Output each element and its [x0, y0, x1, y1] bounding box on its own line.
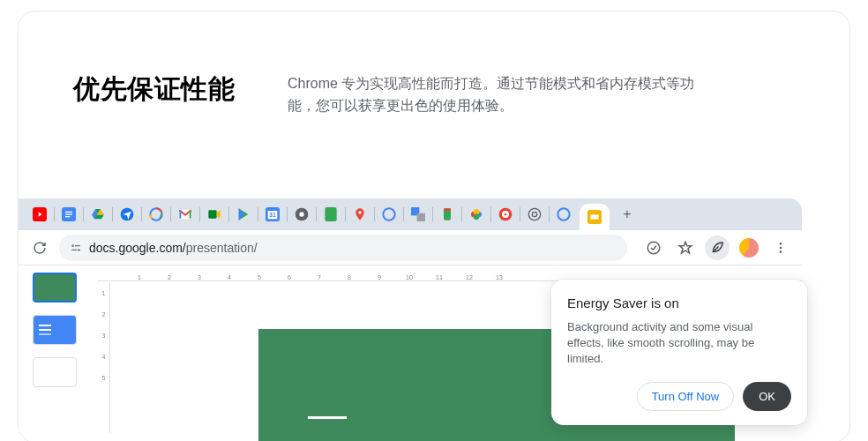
- profile-avatar[interactable]: [737, 235, 761, 260]
- google-icon[interactable]: [381, 206, 397, 222]
- ruler-vertical: 12345: [98, 283, 110, 433]
- svg-point-42: [780, 250, 782, 253]
- chrome-dark-icon[interactable]: [294, 206, 310, 222]
- svg-rect-36: [75, 245, 80, 246]
- chrome-outline-icon[interactable]: [527, 206, 542, 222]
- new-tab-button[interactable]: +: [617, 204, 638, 225]
- google-icon[interactable]: [148, 206, 164, 222]
- toolbar: docs.google.com/presentation/: [19, 230, 802, 265]
- slide-thumb-3[interactable]: [33, 357, 77, 387]
- svg-rect-20: [417, 213, 425, 221]
- toolbar-right: [634, 235, 793, 260]
- svg-point-41: [780, 246, 782, 249]
- youtube-icon[interactable]: [32, 206, 48, 222]
- svg-rect-8: [179, 210, 181, 218]
- popover-actions: Turn Off Now OK: [567, 382, 791, 411]
- svg-rect-34: [590, 214, 598, 219]
- drive-icon[interactable]: [90, 206, 106, 222]
- svg-rect-3: [65, 213, 72, 214]
- slide-underline: [308, 416, 347, 419]
- calendar-icon[interactable]: 31: [265, 206, 281, 222]
- target-icon[interactable]: [498, 206, 513, 222]
- phone-icon[interactable]: [439, 206, 455, 222]
- svg-point-26: [474, 213, 480, 220]
- gmail-icon[interactable]: [177, 206, 193, 222]
- avatar-icon: [739, 238, 759, 258]
- omnibox-domain: docs.google.com/: [89, 241, 186, 255]
- omnibox-text: docs.google.com/presentation/: [89, 241, 258, 255]
- hero-section: 优先保证性能 Chrome 专为实现高性能而打造。通过节能模式和省内存模式等功能…: [19, 11, 849, 153]
- svg-point-40: [780, 243, 782, 245]
- hero-title: 优先保证性能: [73, 71, 235, 117]
- svg-text:31: 31: [269, 212, 276, 218]
- active-tab[interactable]: [580, 204, 610, 230]
- slide-thumbnails: [19, 265, 86, 441]
- photos-icon[interactable]: [468, 206, 484, 222]
- tab-strip: 31 +: [19, 198, 802, 230]
- hero-description: Chrome 专为实现高性能而打造。通过节能模式和省内存模式等功能，您可以获享更…: [288, 73, 711, 117]
- energy-saver-leaf-icon[interactable]: [705, 235, 730, 260]
- svg-point-15: [299, 212, 303, 216]
- svg-point-37: [78, 249, 79, 250]
- turn-off-button[interactable]: Turn Off Now: [637, 382, 735, 411]
- popover-body: Background activity and some visual effe…: [567, 319, 791, 368]
- svg-point-32: [557, 208, 569, 220]
- svg-rect-38: [71, 249, 77, 250]
- svg-point-18: [383, 208, 394, 220]
- svg-point-31: [532, 212, 536, 216]
- play-icon[interactable]: [236, 206, 251, 222]
- svg-point-29: [505, 213, 507, 216]
- ok-button[interactable]: OK: [743, 382, 791, 411]
- omnibox[interactable]: docs.google.com/presentation/: [59, 235, 627, 261]
- svg-point-39: [647, 242, 660, 254]
- svg-rect-22: [444, 208, 451, 211]
- svg-rect-4: [65, 216, 70, 217]
- share-icon[interactable]: [641, 235, 666, 260]
- slide-thumb-1[interactable]: [33, 273, 77, 303]
- slides-icon: [587, 209, 602, 225]
- popover-title: Energy Saver is on: [567, 295, 791, 310]
- meet-icon[interactable]: [206, 206, 222, 222]
- travel-icon[interactable]: [119, 206, 135, 222]
- svg-point-35: [71, 244, 73, 246]
- docs-icon[interactable]: [61, 206, 77, 222]
- site-settings-icon: [70, 242, 82, 254]
- omnibox-path: presentation/: [186, 241, 258, 255]
- svg-point-17: [358, 211, 361, 213]
- energy-saver-popover: Energy Saver is on Background activity a…: [551, 280, 807, 425]
- bookmark-star-icon[interactable]: [673, 235, 698, 260]
- reload-icon[interactable]: [27, 235, 52, 260]
- slide-thumb-2[interactable]: [33, 315, 77, 345]
- svg-rect-9: [190, 210, 191, 218]
- google-icon[interactable]: [556, 206, 572, 222]
- translate-icon[interactable]: [410, 206, 426, 222]
- kebab-menu-icon[interactable]: [768, 235, 793, 260]
- svg-rect-2: [65, 212, 72, 213]
- svg-point-30: [528, 208, 540, 220]
- svg-rect-10: [208, 210, 216, 218]
- svg-rect-16: [325, 207, 336, 221]
- keep-icon[interactable]: [323, 206, 339, 222]
- page-card: 优先保证性能 Chrome 专为实现高性能而打造。通过节能模式和省内存模式等功能…: [18, 11, 850, 441]
- maps-icon[interactable]: [352, 206, 368, 222]
